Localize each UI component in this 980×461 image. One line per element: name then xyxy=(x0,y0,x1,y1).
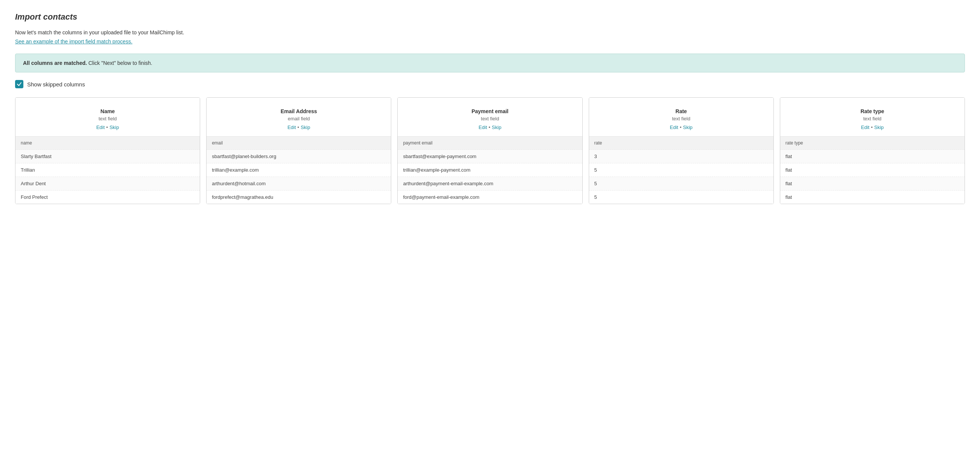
column-skip-name[interactable]: Skip xyxy=(109,124,119,130)
column-rows-name: nameSlarty BartfastTrillianArthur DentFo… xyxy=(16,137,200,204)
column-field-name-rate_type: Rate type xyxy=(785,108,960,114)
column-row-email-1: sbartfast@planet-builders.org xyxy=(207,150,391,163)
show-skipped-checkbox[interactable] xyxy=(15,80,23,88)
column-field-name-email: Email Address xyxy=(211,108,387,114)
column-row-payment_email-4: ford@payment-email-example.com xyxy=(398,190,582,204)
column-field-name-name: Name xyxy=(20,108,195,114)
column-actions-email: Edit • Skip xyxy=(211,124,387,130)
checkmark-icon xyxy=(17,81,22,87)
column-rows-rate_type: rate typeflatflatflatflat xyxy=(780,137,964,204)
column-row-rate-3: 5 xyxy=(589,177,773,190)
example-link[interactable]: See an example of the import field match… xyxy=(15,38,132,45)
column-rows-email: emailsbartfast@planet-builders.orgtrilli… xyxy=(207,137,391,204)
column-row-rate_type-4: flat xyxy=(780,190,964,204)
column-row-payment_email-1: sbartfast@example-payment.com xyxy=(398,150,582,163)
column-row-payment_email-3: arthurdent@payment-email-example.com xyxy=(398,177,582,190)
column-field-type-payment_email: text field xyxy=(402,116,578,121)
column-header-payment_email: Payment emailtext fieldEdit • Skip xyxy=(398,98,582,137)
column-separator-email: • xyxy=(298,124,299,130)
column-header-email: Email Addressemail fieldEdit • Skip xyxy=(207,98,391,137)
column-row-rate-1: 3 xyxy=(589,150,773,163)
columns-grid: Nametext fieldEdit • SkipnameSlarty Bart… xyxy=(15,97,965,204)
show-skipped-row: Show skipped columns xyxy=(15,80,965,88)
column-field-type-rate_type: text field xyxy=(785,116,960,121)
column-card-name: Nametext fieldEdit • SkipnameSlarty Bart… xyxy=(15,97,200,204)
column-actions-name: Edit • Skip xyxy=(20,124,195,130)
column-card-rate_type: Rate typetext fieldEdit • Skiprate typef… xyxy=(780,97,965,204)
column-header-rate: Ratetext fieldEdit • Skip xyxy=(589,98,773,137)
column-row-rate_type-2: flat xyxy=(780,163,964,177)
column-row-email-0: email xyxy=(207,137,391,150)
column-edit-payment_email[interactable]: Edit xyxy=(479,124,487,130)
column-edit-rate_type[interactable]: Edit xyxy=(861,124,869,130)
column-field-name-rate: Rate xyxy=(593,108,769,114)
column-card-email: Email Addressemail fieldEdit • Skipemail… xyxy=(206,97,391,204)
page-subtitle: Now let's match the columns in your uplo… xyxy=(15,29,965,35)
column-row-rate_type-3: flat xyxy=(780,177,964,190)
column-skip-payment_email[interactable]: Skip xyxy=(492,124,501,130)
column-card-rate: Ratetext fieldEdit • Skiprate3555 xyxy=(589,97,774,204)
column-row-email-4: fordprefect@magrathea.edu xyxy=(207,190,391,204)
column-card-payment_email: Payment emailtext fieldEdit • Skippaymen… xyxy=(397,97,582,204)
column-separator-rate: • xyxy=(679,124,681,130)
column-skip-rate_type[interactable]: Skip xyxy=(874,124,883,130)
column-row-name-2: Trillian xyxy=(16,163,200,177)
column-row-name-0: name xyxy=(16,137,200,150)
column-edit-rate[interactable]: Edit xyxy=(670,124,678,130)
column-row-rate-4: 5 xyxy=(589,190,773,204)
column-header-name: Nametext fieldEdit • Skip xyxy=(16,98,200,137)
column-row-rate_type-1: flat xyxy=(780,150,964,163)
column-field-type-rate: text field xyxy=(593,116,769,121)
column-field-type-name: text field xyxy=(20,116,195,121)
column-separator-rate_type: • xyxy=(871,124,873,130)
column-separator-payment_email: • xyxy=(488,124,490,130)
alert-bold-text: All columns are matched. xyxy=(23,60,87,66)
column-skip-email[interactable]: Skip xyxy=(301,124,310,130)
alert-rest-text: Click "Next" below to finish. xyxy=(87,60,152,66)
column-actions-rate_type: Edit • Skip xyxy=(785,124,960,130)
column-row-rate-2: 5 xyxy=(589,163,773,177)
alert-box: All columns are matched. Click "Next" be… xyxy=(15,54,965,72)
column-rows-payment_email: payment emailsbartfast@example-payment.c… xyxy=(398,137,582,204)
column-row-email-3: arthurdent@hotmail.com xyxy=(207,177,391,190)
column-row-name-4: Ford Prefect xyxy=(16,190,200,204)
column-row-name-3: Arthur Dent xyxy=(16,177,200,190)
page-title: Import contacts xyxy=(15,12,965,22)
column-row-name-1: Slarty Bartfast xyxy=(16,150,200,163)
column-row-payment_email-0: payment email xyxy=(398,137,582,150)
column-field-type-email: email field xyxy=(211,116,387,121)
column-edit-email[interactable]: Edit xyxy=(288,124,296,130)
show-skipped-label: Show skipped columns xyxy=(27,81,85,88)
column-row-rate_type-0: rate type xyxy=(780,137,964,150)
column-row-email-2: trillian@example.com xyxy=(207,163,391,177)
column-row-rate-0: rate xyxy=(589,137,773,150)
column-header-rate_type: Rate typetext fieldEdit • Skip xyxy=(780,98,964,137)
column-separator-name: • xyxy=(106,124,108,130)
column-actions-rate: Edit • Skip xyxy=(593,124,769,130)
column-field-name-payment_email: Payment email xyxy=(402,108,578,114)
column-actions-payment_email: Edit • Skip xyxy=(402,124,578,130)
column-skip-rate[interactable]: Skip xyxy=(683,124,692,130)
column-rows-rate: rate3555 xyxy=(589,137,773,204)
column-edit-name[interactable]: Edit xyxy=(96,124,104,130)
column-row-payment_email-2: trillian@example-payment.com xyxy=(398,163,582,177)
